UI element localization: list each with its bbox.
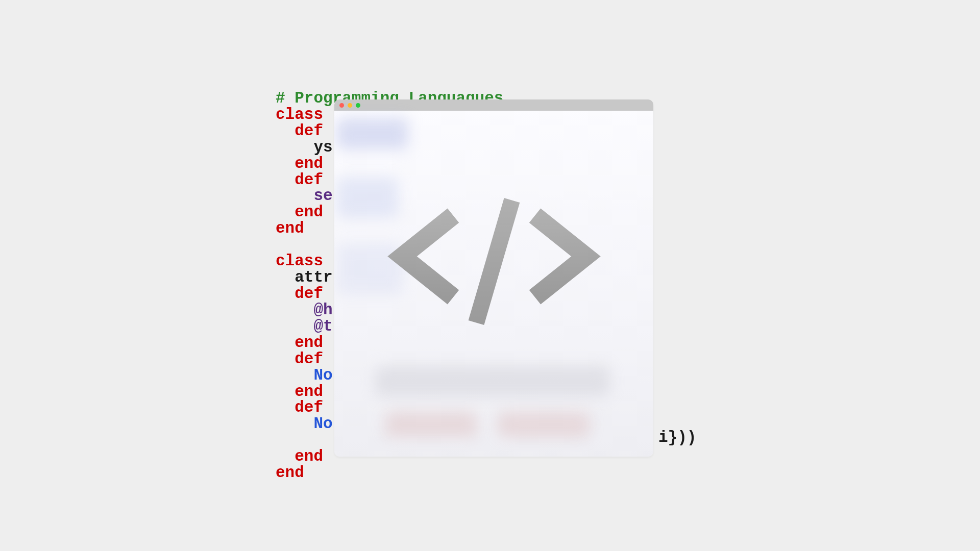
code-trailing-fragment: i})) bbox=[658, 429, 696, 446]
app-window bbox=[334, 99, 653, 457]
blurred-content bbox=[375, 366, 610, 396]
zoom-icon[interactable] bbox=[356, 103, 360, 108]
svg-line-0 bbox=[476, 201, 512, 323]
window-body bbox=[334, 111, 653, 457]
blurred-content bbox=[337, 118, 408, 149]
window-titlebar bbox=[334, 99, 653, 111]
close-icon[interactable] bbox=[339, 103, 344, 108]
code-brackets-icon bbox=[382, 185, 606, 341]
blurred-content bbox=[385, 412, 477, 437]
blurred-content bbox=[498, 412, 590, 437]
minimize-icon[interactable] bbox=[348, 103, 352, 108]
